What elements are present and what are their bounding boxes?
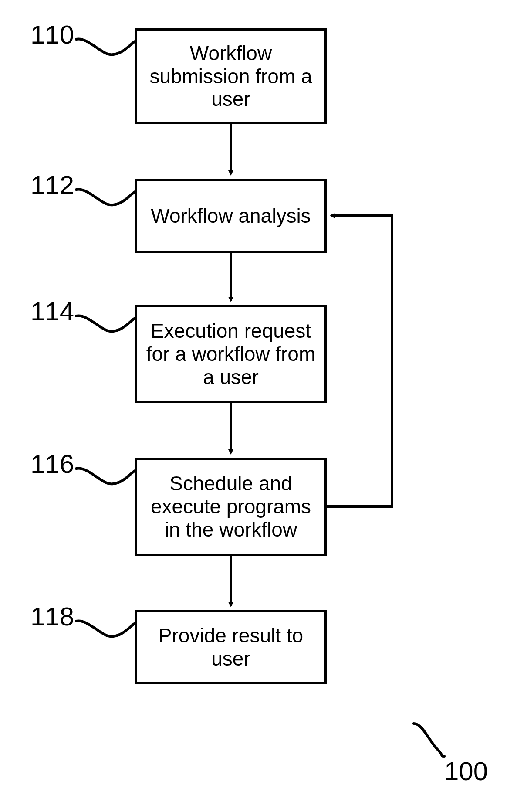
node-114-text: Execution request for a workflow from a …	[146, 319, 316, 389]
node-116-text: Schedule and execute programs in the wor…	[146, 472, 316, 541]
node-118-text: Provide result to user	[146, 624, 316, 670]
flowchart-canvas: Workflow submission from a user Workflow…	[0, 0, 517, 812]
node-116: Schedule and execute programs in the wor…	[135, 458, 327, 556]
node-118: Provide result to user	[135, 610, 327, 684]
ref-110: 110	[30, 20, 74, 50]
node-112: Workflow analysis	[135, 179, 327, 253]
ref-112: 112	[30, 170, 74, 200]
node-110-text: Workflow submission from a user	[146, 42, 316, 111]
node-112-text: Workflow analysis	[151, 204, 311, 228]
ref-100: 100	[444, 756, 488, 786]
node-114: Execution request for a workflow from a …	[135, 305, 327, 403]
ref-116: 116	[30, 449, 74, 479]
ref-114: 114	[30, 296, 74, 326]
node-110: Workflow submission from a user	[135, 28, 327, 124]
ref-118: 118	[30, 601, 74, 632]
